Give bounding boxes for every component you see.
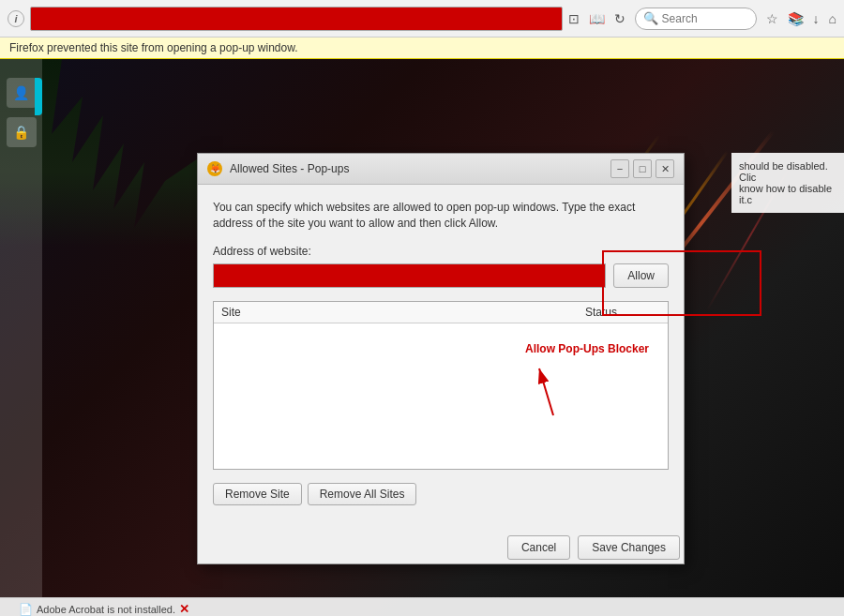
allow-btn-wrapper: Allow (613, 263, 669, 288)
allowed-sites-dialog: 🦊 Allowed Sites - Pop-ups − □ ✕ You can … (197, 153, 685, 564)
remove-all-sites-btn[interactable]: Remove All Sites (308, 483, 417, 505)
home-icon[interactable]: ⌂ (829, 11, 836, 26)
dialog-description: You can specify which websites are allow… (213, 200, 669, 232)
info-icon[interactable]: i (8, 10, 24, 27)
remove-site-btn[interactable]: Remove Site (213, 483, 302, 505)
sites-table-header: Site Status (214, 302, 668, 323)
address-input-row: Allow (213, 263, 669, 288)
dialog-body: You can specify which websites are allow… (198, 185, 684, 535)
notification-bar: Firefox prevented this site from opening… (0, 38, 844, 59)
background-page: 👤 🔒 should be disabled. Clicknow how to … (0, 59, 844, 616)
bookmark-icon[interactable]: ☆ (766, 11, 778, 26)
dialog-controls: − □ ✕ (610, 159, 674, 178)
reader-mode-icon[interactable]: ⊡ (568, 11, 580, 26)
browser-icon-group: ⊡ 📖 ↻ 🔍 ☆ 📚 ↓ ⌂ (568, 8, 836, 30)
search-input[interactable] (662, 12, 737, 25)
search-icon: 🔍 (643, 11, 658, 25)
bottom-buttons: Remove Site Remove All Sites (213, 483, 669, 505)
cancel-button[interactable]: Cancel (507, 535, 570, 560)
url-bar[interactable] (30, 7, 563, 31)
sites-table-body[interactable]: Allow Pop-Ups Blocker (214, 323, 668, 464)
status-acrobat-text: Adobe Acrobat is not installed. (37, 604, 175, 615)
browser-toolbar: i ⊡ 📖 ↻ 🔍 ☆ 📚 ↓ ⌂ (0, 0, 844, 38)
allow-button[interactable]: Allow (613, 263, 669, 288)
search-bar[interactable]: 🔍 (635, 8, 757, 30)
dialog-maximize-btn[interactable]: □ (633, 159, 652, 178)
reload-icon[interactable]: ↻ (614, 11, 625, 26)
dialog-title: Allowed Sites - Pop-ups (230, 162, 603, 175)
dialog-firefox-icon: 🦊 (207, 161, 222, 176)
save-changes-button[interactable]: Save Changes (578, 535, 680, 560)
doc-icon: 📄 (19, 603, 33, 616)
address-input[interactable] (213, 263, 606, 288)
modal-overlay: 🦊 Allowed Sites - Pop-ups − □ ✕ You can … (0, 59, 844, 616)
status-x-1: ✕ (179, 602, 189, 616)
dialog-close-btn[interactable]: ✕ (656, 159, 674, 178)
status-bar: 📄 Adobe Acrobat is not installed. ✕ ↗ Po… (0, 597, 844, 616)
col-status-header: Status (585, 306, 660, 319)
annotation-text: Allow Pop-Ups Blocker (525, 342, 649, 355)
sites-table: Site Status Allow Pop-Ups Blocker (213, 301, 669, 470)
library-icon[interactable]: 📚 (788, 11, 804, 26)
svg-line-1 (539, 368, 553, 415)
address-label: Address of website: (213, 245, 669, 258)
notification-text: Firefox prevented this site from opening… (9, 41, 298, 54)
dialog-titlebar: 🦊 Allowed Sites - Pop-ups − □ ✕ (198, 154, 684, 185)
action-buttons: Cancel Save Changes (198, 535, 684, 563)
status-item-acrobat: 📄 Adobe Acrobat is not installed. ✕ (19, 602, 825, 616)
reading-list-icon[interactable]: 📖 (589, 11, 605, 26)
annotation-arrow-svg (525, 359, 581, 425)
download-icon[interactable]: ↓ (813, 11, 820, 26)
col-site-header: Site (221, 306, 585, 319)
popup-annotation: Allow Pop-Ups Blocker (525, 342, 649, 428)
dialog-minimize-btn[interactable]: − (610, 159, 629, 178)
